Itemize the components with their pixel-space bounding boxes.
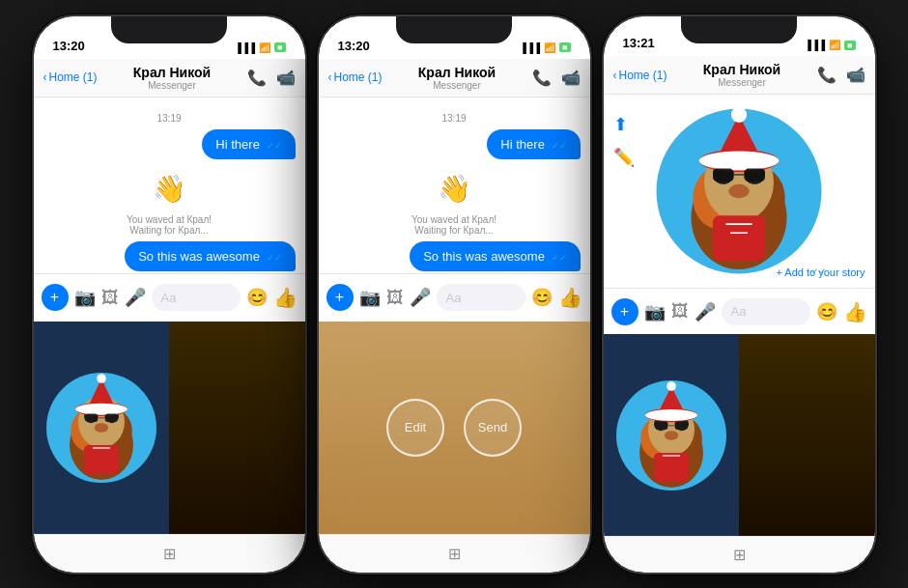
app-label-1: Messenger xyxy=(98,80,247,91)
pencil-icon[interactable]: ✏️ xyxy=(613,147,635,168)
read-tick-2: ✓✓ xyxy=(267,253,282,263)
app-label-3: Messenger xyxy=(667,77,817,88)
apps-icon-2[interactable]: ⊞ xyxy=(448,545,461,563)
svg-rect-47 xyxy=(654,453,689,482)
like-btn-1[interactable]: 👍 xyxy=(273,286,298,309)
phone-icon-1[interactable]: 📞 xyxy=(247,69,267,87)
nav-actions-1: 📞 📹 xyxy=(247,69,296,87)
nav-center-2: Крал Никой Messenger xyxy=(383,65,532,91)
camera-icon-1[interactable]: 📷 xyxy=(74,287,96,308)
msg-hi-2: Hi there ✓✓ xyxy=(328,129,581,159)
photo-icon-1[interactable]: 🖼 xyxy=(101,288,119,308)
chevron-left-icon: ‹ xyxy=(43,70,47,84)
input-field-2[interactable]: Aa xyxy=(437,284,525,311)
nav-bar-1: ‹ Home (1) Крал Никой Messenger 📞 📹 xyxy=(34,59,305,98)
apps-bar-3: ⊞ xyxy=(604,536,875,573)
input-field-1[interactable]: Aa xyxy=(152,284,241,311)
signal-icon-2: ▐▐▐ xyxy=(520,42,540,53)
nav-bar-2: ‹ Home (1) Крал Никой Messenger 📞 📹 xyxy=(319,59,590,98)
chat-area-2: 13:19 Hi there ✓✓ 👋 You waved at Крал!Wa… xyxy=(319,98,590,273)
like-btn-3[interactable]: 👍 xyxy=(843,300,867,323)
emoji-icon-3[interactable]: 😊 xyxy=(816,301,837,322)
nav-back-1[interactable]: ‹ Home (1) xyxy=(43,70,98,84)
hi-bubble-2: Hi there ✓✓ xyxy=(487,129,580,159)
share-upload-icon[interactable]: ⬆ xyxy=(613,114,635,135)
apps-bar-2: ⊞ xyxy=(319,534,590,573)
home-link-3[interactable]: Home (1) xyxy=(619,69,667,82)
dog-sticker-left xyxy=(43,370,159,486)
add-btn-3[interactable]: + xyxy=(611,298,638,325)
nav-bar-3: ‹ Home (1) Крал Никой Messenger 📞 📹 xyxy=(604,56,875,95)
apps-icon-3[interactable]: ⊞ xyxy=(733,546,746,564)
nav-back-3[interactable]: ‹ Home (1) xyxy=(613,69,667,82)
nav-actions-2: 📞 📹 xyxy=(532,69,581,87)
bottom-content-3 xyxy=(604,334,875,535)
svg-point-35 xyxy=(699,152,780,171)
wifi-icon-2: 📶 xyxy=(544,42,555,53)
input-bar-1: + 📷 🖼 🎤 Aa 😊 👍 xyxy=(34,273,305,322)
apps-icon-1[interactable]: ⊞ xyxy=(163,545,176,563)
nav-actions-3: 📞 📹 xyxy=(817,66,865,84)
msg-awesome-2: So this was awesome ✓✓ xyxy=(328,241,581,271)
video-icon-2[interactable]: 📹 xyxy=(561,69,581,87)
add-btn-2[interactable]: + xyxy=(326,284,354,311)
svg-point-52 xyxy=(645,409,697,421)
emoji-icon-1[interactable]: 😊 xyxy=(246,287,268,308)
video-icon-1[interactable]: 📹 xyxy=(276,69,296,87)
video-icon-3[interactable]: 📹 xyxy=(846,66,865,84)
input-field-3[interactable]: Aa xyxy=(722,298,810,325)
status-time-2: 13:20 xyxy=(338,39,370,53)
camera-icon-2[interactable]: 📷 xyxy=(359,287,381,308)
battery-icon-2: ■ xyxy=(559,42,570,52)
phone-icon-3[interactable]: 📞 xyxy=(817,66,837,84)
camera-icon-3[interactable]: 📷 xyxy=(644,301,666,322)
svg-point-34 xyxy=(731,107,747,123)
home-link-2[interactable]: Home (1) xyxy=(334,70,383,84)
chevron-left-icon-2: ‹ xyxy=(328,70,332,84)
phone-2: 13:20 ▐▐▐ 📶 ■ ‹ Home (1) Крал Никой Mess… xyxy=(317,14,592,574)
timestamp-2: 13:19 xyxy=(328,113,581,124)
mic-icon-2[interactable]: 🎤 xyxy=(410,287,431,308)
mic-icon-3[interactable]: 🎤 xyxy=(695,301,716,322)
phone-1: 13:20 ▐▐▐ 📶 ■ ‹ Home (1) Крал Никой Mess… xyxy=(32,14,307,574)
status-icons-3: ▐▐▐ 📶 ■ xyxy=(805,40,856,50)
svg-rect-17 xyxy=(104,413,117,421)
photo-icon-3[interactable]: 🖼 xyxy=(671,301,689,322)
send-button[interactable]: Send xyxy=(464,399,522,457)
svg-point-15 xyxy=(75,403,128,414)
dog-sticker-bottom-3 xyxy=(613,378,729,493)
wave-emoji-2: 👋 xyxy=(328,165,581,212)
phone-3: 13:21 ▐▐▐ 📶 ■ ‹ Home (1) Крал Никой Mess… xyxy=(602,14,877,574)
nav-center-1: Крал Никой Messenger xyxy=(98,65,247,91)
svg-rect-16 xyxy=(85,413,98,421)
svg-rect-54 xyxy=(674,421,687,429)
svg-point-14 xyxy=(97,374,106,383)
blur-overlay: Edit Send xyxy=(319,322,590,534)
blurred-photo: Edit Send xyxy=(319,322,590,534)
status-icons-1: ▐▐▐ 📶 ■ xyxy=(235,42,286,53)
add-btn-1[interactable]: + xyxy=(42,284,69,311)
hi-bubble-1: Hi there ✓✓ xyxy=(202,129,295,159)
svg-rect-29 xyxy=(713,216,765,262)
apps-bar-1: ⊞ xyxy=(34,534,305,573)
home-link-1[interactable]: Home (1) xyxy=(49,70,98,84)
edit-button[interactable]: Edit xyxy=(386,399,444,457)
sticker-full: ⬆ ✏️ xyxy=(604,95,875,288)
chat-area-1: 13:19 Hi there ✓✓ 👋 You waved at Крал!Wa… xyxy=(34,98,305,273)
svg-rect-36 xyxy=(713,169,734,182)
svg-point-46 xyxy=(665,431,678,440)
nav-back-2[interactable]: ‹ Home (1) xyxy=(328,70,383,84)
awesome-bubble-1: So this was awesome ✓✓ xyxy=(125,241,295,271)
like-btn-2[interactable]: 👍 xyxy=(558,286,582,309)
svg-rect-53 xyxy=(655,421,667,429)
signal-icon: ▐▐▐ xyxy=(235,42,255,53)
msg-hi-1: Hi there ✓✓ xyxy=(43,129,296,159)
phone-icon-2[interactable]: 📞 xyxy=(532,69,552,87)
photo-icon-2[interactable]: 🖼 xyxy=(386,288,404,308)
contact-name-2: Крал Никой xyxy=(383,65,532,80)
status-icons-2: ▐▐▐ 📶 ■ xyxy=(520,42,571,53)
emoji-icon-2[interactable]: 😊 xyxy=(531,287,553,308)
system-msg-1: You waved at Крал!Waiting for Крал... xyxy=(43,214,296,236)
mic-icon-1[interactable]: 🎤 xyxy=(125,287,146,308)
wifi-icon: 📶 xyxy=(259,42,270,53)
